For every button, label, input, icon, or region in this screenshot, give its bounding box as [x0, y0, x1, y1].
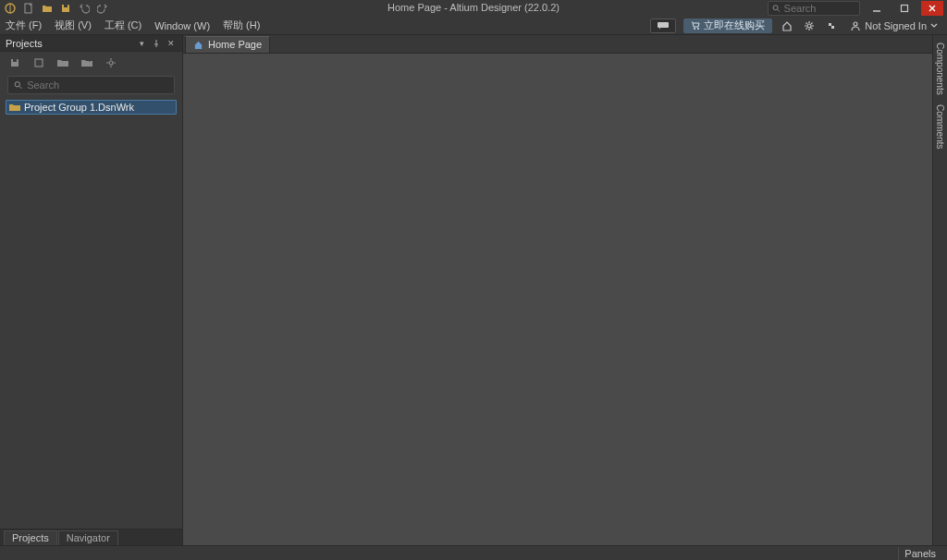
rail-tab-comments[interactable]: Comments: [934, 101, 946, 152]
chevron-down-icon: [930, 22, 938, 30]
app-logo-icon: [4, 2, 17, 15]
tree-item-project-group[interactable]: Project Group 1.DsnWrk: [6, 100, 177, 115]
panel-dropdown-icon[interactable]: ▾: [136, 38, 147, 49]
window-title: Home Page - Altium Designer (22.0.2): [387, 2, 560, 13]
svg-point-12: [109, 61, 113, 65]
project-group-icon: [9, 103, 20, 112]
projects-search[interactable]: [7, 76, 175, 94]
speech-bubble-icon: [657, 21, 670, 30]
svg-point-13: [15, 82, 19, 87]
tree-item-label: Project Group 1.DsnWrk: [24, 102, 134, 113]
svg-rect-2: [64, 5, 68, 7]
svg-rect-5: [658, 22, 669, 28]
document-viewport: [183, 54, 932, 545]
redo-icon[interactable]: [96, 2, 109, 15]
menu-file[interactable]: 文件 (F): [6, 18, 42, 32]
doc-tab-home[interactable]: Home Page: [185, 36, 270, 53]
projects-tree: Project Group 1.DsnWrk: [0, 100, 182, 529]
panel-pin-icon[interactable]: [151, 38, 162, 49]
search-icon: [772, 4, 781, 13]
svg-point-8: [807, 24, 811, 28]
projects-panel-title: Projects: [6, 38, 43, 49]
project-settings-icon[interactable]: [104, 55, 118, 70]
left-tab-navigator[interactable]: Navigator: [58, 530, 118, 545]
buy-now-label: 立即在线购买: [704, 18, 765, 32]
status-bar: Panels: [0, 545, 947, 560]
menu-bar: 文件 (F) 视图 (V) 工程 (C) Window (W) 帮助 (H) 立…: [0, 17, 947, 35]
home-icon: [193, 40, 203, 50]
new-document-icon[interactable]: [22, 2, 35, 15]
settings-gear-icon[interactable]: [802, 18, 817, 33]
svg-rect-11: [35, 59, 43, 67]
title-search[interactable]: [768, 1, 860, 16]
sign-in-button[interactable]: Not Signed In: [846, 20, 941, 31]
minimize-button[interactable]: [866, 1, 888, 16]
rail-tab-components[interactable]: Components: [934, 39, 946, 99]
projects-panel: Projects ▾ ✕: [0, 35, 183, 545]
save-icon[interactable]: [59, 2, 72, 15]
menu-project[interactable]: 工程 (C): [105, 18, 141, 32]
projects-panel-header: Projects ▾ ✕: [0, 35, 182, 52]
projects-search-input[interactable]: [27, 79, 168, 91]
projects-toolbar: [0, 52, 182, 74]
menu-window[interactable]: Window (W): [154, 20, 210, 31]
title-search-input[interactable]: [784, 3, 855, 14]
close-button[interactable]: [921, 1, 943, 16]
home-icon[interactable]: [780, 18, 794, 33]
svg-point-3: [773, 6, 778, 10]
title-bar: Home Page - Altium Designer (22.0.2): [0, 0, 947, 17]
buy-now-button[interactable]: 立即在线购买: [683, 18, 772, 33]
maximize-button[interactable]: [893, 1, 916, 16]
document-tabs: Home Page: [183, 35, 932, 54]
panel-close-icon[interactable]: ✕: [166, 38, 177, 49]
compile-icon[interactable]: [31, 55, 46, 70]
search-icon: [14, 80, 22, 90]
folder-add-icon[interactable]: [80, 55, 94, 70]
panels-button[interactable]: Panels: [898, 547, 941, 560]
share-button[interactable]: [650, 18, 676, 33]
undo-icon[interactable]: [78, 2, 91, 15]
menu-help[interactable]: 帮助 (H): [223, 18, 260, 32]
menu-view[interactable]: 视图 (V): [55, 18, 92, 32]
user-icon: [850, 20, 861, 31]
document-area: Home Page: [183, 35, 932, 545]
cart-icon: [691, 21, 700, 30]
right-rail: Components Comments: [932, 35, 947, 545]
extensions-icon[interactable]: [824, 18, 839, 33]
left-tab-projects[interactable]: Projects: [4, 530, 57, 545]
save-project-icon[interactable]: [7, 55, 22, 70]
svg-point-9: [854, 22, 857, 26]
svg-point-7: [697, 28, 699, 30]
svg-rect-4: [902, 6, 908, 12]
open-folder-icon[interactable]: [41, 2, 54, 15]
folder-open-icon[interactable]: [55, 55, 70, 70]
svg-point-6: [694, 28, 695, 30]
left-panel-tabs: Projects Navigator: [0, 529, 182, 545]
doc-tab-label: Home Page: [208, 39, 262, 50]
sign-in-label: Not Signed In: [865, 20, 927, 31]
svg-rect-10: [13, 59, 17, 62]
